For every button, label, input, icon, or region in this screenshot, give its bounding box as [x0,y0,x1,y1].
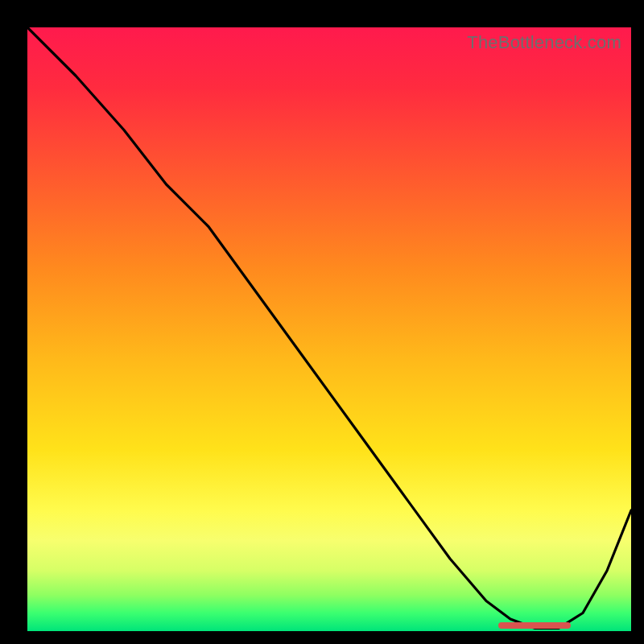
optimal-range-marker [498,622,571,629]
curve-path [27,27,631,628]
plot-area: TheBottleneck.com [27,27,631,631]
bottleneck-curve [27,27,631,631]
chart-frame: TheBottleneck.com [0,0,644,644]
